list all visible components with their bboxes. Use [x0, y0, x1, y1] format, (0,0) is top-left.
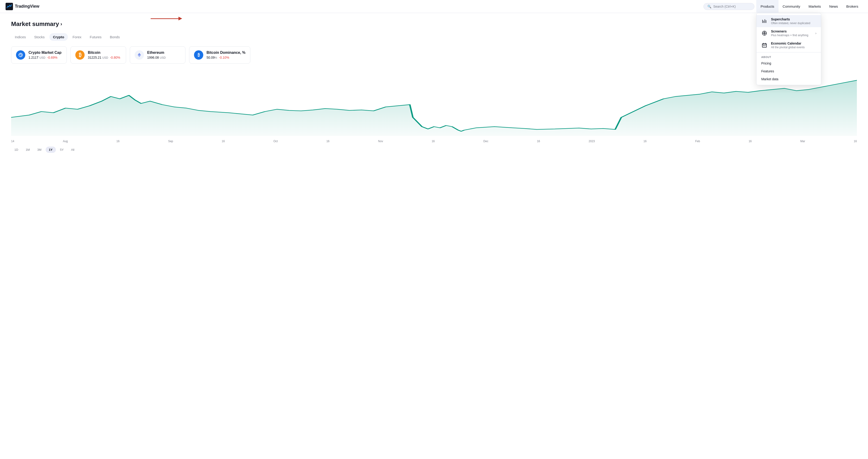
- nav-item-products[interactable]: Products: [756, 0, 778, 13]
- svg-rect-3: [765, 19, 765, 23]
- nav-item-brokers[interactable]: Brokers: [842, 0, 862, 13]
- logo-text: TradingView: [15, 4, 39, 9]
- supercharts-title: Supercharts: [771, 18, 810, 21]
- x-label-2023: 2023: [589, 140, 595, 143]
- x-label-dec: Dec: [484, 140, 488, 143]
- crypto-market-cap-value: 1.211T USD -0.69%: [29, 56, 61, 59]
- screeners-subtitle: Plus heatmaps = find anything: [771, 34, 808, 37]
- tab-stocks[interactable]: Stocks: [31, 33, 49, 41]
- x-label-16-3: 16: [326, 140, 329, 143]
- ticker-info-bitcoin: Bitcoin 31225.21 USD -0.80%: [88, 51, 120, 59]
- ticker-card-btc-dominance[interactable]: ₿ Bitcoin Dominance, % 50.09% -0.10%: [189, 47, 250, 63]
- x-label-sep: Sep: [168, 140, 173, 143]
- dropdown-item-economic-calendar[interactable]: Economic Calendar All the pivotal global…: [756, 39, 821, 51]
- ticker-card-ethereum[interactable]: Ethereum 1996.08 USD: [130, 47, 185, 63]
- dropdown-item-supercharts[interactable]: Supercharts Often imitated, never duplic…: [756, 15, 821, 27]
- chart-x-labels: 14 Aug 16 Sep 16 Oct 16 Nov 16 Dec 16 20…: [11, 140, 857, 143]
- svg-rect-1: [762, 20, 763, 23]
- x-label-0: 14: [11, 140, 14, 143]
- market-summary-label: Market summary: [11, 21, 59, 28]
- x-label-16-1: 16: [116, 140, 119, 143]
- x-label-16-2: 16: [222, 140, 225, 143]
- time-btn-5y[interactable]: 5Y: [57, 147, 67, 153]
- btc-dominance-value: 50.09% -0.10%: [207, 56, 245, 59]
- x-label-16-8: 16: [854, 140, 857, 143]
- bitcoin-name: Bitcoin: [88, 51, 120, 55]
- navbar: TradingView 🔍 Search (Ctrl+K) Products: [0, 0, 868, 13]
- market-summary-chevron-icon: ›: [61, 21, 62, 27]
- dropdown-item-market-data[interactable]: Market data: [756, 75, 821, 83]
- ethereum-value: 1996.08 USD: [147, 56, 166, 59]
- search-icon: 🔍: [707, 5, 711, 8]
- products-dropdown-wrapper: Products Supercharts Often imitate: [756, 0, 778, 13]
- nav-item-markets[interactable]: Markets: [804, 0, 825, 13]
- x-label-aug: Aug: [63, 140, 68, 143]
- svg-rect-2: [764, 21, 764, 23]
- time-btn-1d[interactable]: 1D: [11, 147, 22, 153]
- search-placeholder: Search (Ctrl+K): [713, 5, 736, 8]
- svg-marker-11: [138, 53, 141, 56]
- bitcoin-change: -0.80%: [110, 56, 120, 59]
- x-label-16-7: 16: [749, 140, 752, 143]
- tradingview-logo-icon: [6, 3, 13, 10]
- economic-calendar-title: Economic Calendar: [771, 41, 805, 45]
- x-label-16-6: 16: [643, 140, 646, 143]
- svg-rect-4: [766, 20, 766, 23]
- nav-item-community[interactable]: Community: [778, 0, 805, 13]
- btc-dominance-change: -0.10%: [219, 56, 229, 59]
- svg-rect-7: [762, 44, 767, 47]
- screeners-title: Screeners: [771, 29, 808, 33]
- crypto-market-cap-icon: [16, 50, 25, 60]
- economic-calendar-icon: [761, 42, 768, 49]
- dropdown-item-screeners[interactable]: Screeners Plus heatmaps = find anything …: [756, 27, 821, 39]
- economic-calendar-text: Economic Calendar All the pivotal global…: [771, 41, 805, 49]
- about-section-label: ABOUT: [756, 53, 821, 59]
- bitcoin-value: 31225.21 USD -0.80%: [88, 56, 120, 59]
- ticker-info-btc-dominance: Bitcoin Dominance, % 50.09% -0.10%: [207, 51, 245, 59]
- market-summary-title[interactable]: Market summary ›: [11, 21, 857, 28]
- search-box[interactable]: 🔍 Search (Ctrl+K): [704, 3, 754, 10]
- market-tabs: Indices Stocks Crypto Forex Futures Bond…: [11, 33, 857, 41]
- main-content: Market summary › Indices Stocks Crypto F…: [0, 13, 868, 160]
- crypto-market-cap-name: Crypto Market Cap: [29, 51, 61, 55]
- tab-bonds[interactable]: Bonds: [106, 33, 124, 41]
- x-label-16-4: 16: [432, 140, 435, 143]
- time-btn-1y[interactable]: 1Y: [46, 147, 56, 153]
- economic-calendar-subtitle: All the pivotal global events: [771, 46, 805, 49]
- chart-area: [11, 71, 857, 136]
- svg-rect-9: [765, 46, 765, 46]
- bitcoin-icon: ₿: [75, 50, 85, 60]
- x-label-mar: Mar: [800, 140, 805, 143]
- x-label-16-5: 16: [537, 140, 540, 143]
- tab-forex[interactable]: Forex: [69, 33, 85, 41]
- nav-items: Products Supercharts Often imitate: [756, 0, 862, 13]
- screeners-chevron-icon: ›: [815, 31, 816, 35]
- svg-rect-8: [763, 46, 764, 46]
- btc-dominance-name: Bitcoin Dominance, %: [207, 51, 245, 55]
- supercharts-text: Supercharts Often imitated, never duplic…: [771, 18, 810, 25]
- dropdown-item-features[interactable]: Features: [756, 67, 821, 75]
- nav-item-news[interactable]: News: [825, 0, 842, 13]
- x-label-oct: Oct: [274, 140, 278, 143]
- ticker-cards: Crypto Market Cap 1.211T USD -0.69% ₿ Bi…: [11, 47, 857, 63]
- ticker-card-bitcoin[interactable]: ₿ Bitcoin 31225.21 USD -0.80%: [70, 47, 126, 63]
- x-label-feb: Feb: [695, 140, 700, 143]
- time-range-selector: 1D 1M 3M 1Y 5Y All: [11, 147, 857, 153]
- products-dropdown-menu: Supercharts Often imitated, never duplic…: [756, 13, 821, 85]
- time-btn-3m[interactable]: 3M: [34, 147, 45, 153]
- ticker-info-crypto-market-cap: Crypto Market Cap 1.211T USD -0.69%: [29, 51, 61, 59]
- crypto-market-cap-change: -0.69%: [47, 56, 57, 59]
- logo-area[interactable]: TradingView: [6, 3, 39, 10]
- x-label-nov: Nov: [378, 140, 383, 143]
- tab-indices[interactable]: Indices: [11, 33, 30, 41]
- tab-crypto[interactable]: Crypto: [50, 33, 68, 41]
- crypto-chart-svg: [11, 71, 857, 136]
- ticker-card-crypto-market-cap[interactable]: Crypto Market Cap 1.211T USD -0.69%: [11, 47, 67, 63]
- time-btn-1m[interactable]: 1M: [23, 147, 33, 153]
- dropdown-item-pricing[interactable]: Pricing: [756, 59, 821, 67]
- screeners-text: Screeners Plus heatmaps = find anything …: [771, 29, 816, 37]
- tab-futures[interactable]: Futures: [86, 33, 105, 41]
- time-btn-all[interactable]: All: [68, 147, 78, 153]
- ethereum-name: Ethereum: [147, 51, 166, 55]
- ticker-info-ethereum: Ethereum 1996.08 USD: [147, 51, 166, 59]
